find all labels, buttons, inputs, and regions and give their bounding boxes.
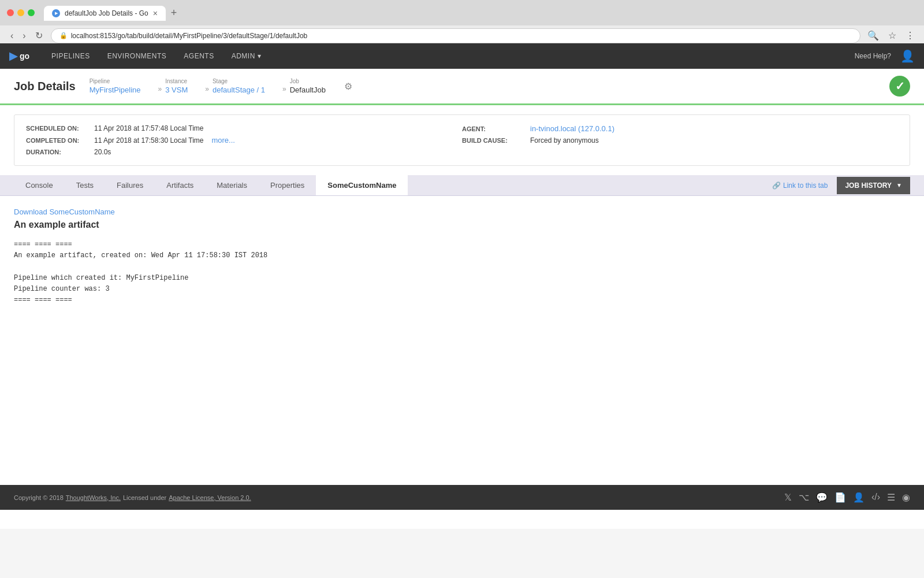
success-badge <box>889 76 910 97</box>
maximize-dot[interactable] <box>28 9 35 16</box>
tab-artifacts[interactable]: Artifacts <box>155 175 205 195</box>
reload-button[interactable]: ↻ <box>32 28 46 43</box>
breadcrumb-pipeline: Pipeline MyFirstPipeline <box>90 78 141 94</box>
build-cause-row: BUILD CAUSE: Forced by anonymous <box>462 136 898 144</box>
job-label: Job <box>290 78 326 84</box>
url-bar[interactable]: 🔒 localhost:8153/go/tab/build/detail/MyF… <box>51 28 860 43</box>
browser-actions: 🔍 ☆ ⋮ <box>865 28 917 43</box>
job-history-button[interactable]: JOB HISTORY ▼ <box>837 177 910 194</box>
duration-value: 20.0s <box>94 148 111 156</box>
lock-icon: 🔒 <box>59 32 68 39</box>
completed-label: COMPLETED ON: <box>26 137 90 144</box>
user-icon[interactable]: 👤 <box>853 492 865 503</box>
scheduled-label: SCHEDULED ON: <box>26 125 90 132</box>
nav-pipelines[interactable]: PIPELINES <box>43 47 98 65</box>
tab-icon <box>52 9 60 17</box>
footer-license-link[interactable]: Apache License, Version 2.0. <box>169 494 251 501</box>
code-icon[interactable]: ‹/› <box>871 492 880 503</box>
user-icon[interactable]: 👤 <box>900 49 915 63</box>
admin-dropdown-icon: ▾ <box>258 52 262 60</box>
download-link[interactable]: Download SomeCustomName <box>14 208 910 216</box>
nav-environments[interactable]: ENVIRONMENTS <box>99 47 175 65</box>
browser-titlebar: defaultJob Job Details - Go × + <box>0 5 924 25</box>
go-logo-text: go <box>20 51 29 61</box>
tab-close-button[interactable]: × <box>153 9 158 17</box>
pipeline-link[interactable]: MyFirstPipeline <box>90 86 141 94</box>
breadcrumb: Pipeline MyFirstPipeline » Instance 3 VS… <box>90 78 889 94</box>
menu-button[interactable]: ⋮ <box>903 28 917 43</box>
stage-label: Stage <box>213 78 265 84</box>
agent-row: AGENT: in-tvinod.local (127.0.0.1) <box>462 124 898 133</box>
artifact-body: ==== ==== ==== An example artifact, crea… <box>14 239 910 306</box>
agent-label: AGENT: <box>462 125 526 132</box>
tab-failures[interactable]: Failures <box>105 175 155 195</box>
top-nav: ▶ go PIPELINES ENVIRONMENTS AGENTS ADMIN… <box>0 43 924 69</box>
job-info-left: SCHEDULED ON: 11 Apr 2018 at 17:57:48 Lo… <box>26 124 462 156</box>
rss-icon[interactable]: ◉ <box>902 492 910 503</box>
go-logo-icon: ▶ <box>9 50 17 62</box>
job-header: Job Details Pipeline MyFirstPipeline » I… <box>0 69 924 105</box>
job-details-title: Job Details <box>14 80 76 93</box>
tab-properties[interactable]: Properties <box>259 175 316 195</box>
browser-addressbar: ‹ › ↻ 🔒 localhost:8153/go/tab/build/deta… <box>0 25 924 43</box>
breadcrumb-job: Job DefaultJob <box>290 78 326 94</box>
job-info-panel: SCHEDULED ON: 11 Apr 2018 at 17:57:48 Lo… <box>14 114 910 166</box>
tab-somecustomname[interactable]: SomeCustomName <box>316 175 408 195</box>
browser-nav: ‹ › ↻ <box>7 28 46 43</box>
arrow-2: » <box>205 85 209 94</box>
job-info-right: AGENT: in-tvinod.local (127.0.0.1) BUILD… <box>462 124 898 156</box>
tab-materials[interactable]: Materials <box>205 175 259 195</box>
completed-value: 11 Apr 2018 at 17:58:30 Local Time <box>94 136 203 144</box>
arrow-3: » <box>282 85 286 94</box>
footer-copyright: Copyright © 2018 <box>14 494 64 501</box>
forward-button[interactable]: › <box>19 28 29 43</box>
browser-dots <box>7 9 35 16</box>
agent-link[interactable]: in-tvinod.local (127.0.0.1) <box>530 124 614 133</box>
list-icon[interactable]: ☰ <box>887 492 895 503</box>
github-icon[interactable]: ⌥ <box>799 492 809 503</box>
footer-icons: 𝕏 ⌥ 💬 📄 👤 ‹/› ☰ ◉ <box>784 492 910 503</box>
tab-title: defaultJob Job Details - Go <box>65 9 148 17</box>
browser-chrome: defaultJob Job Details - Go × + ‹ › ↻ 🔒 … <box>0 0 924 43</box>
new-tab-button[interactable]: + <box>166 5 182 21</box>
back-button[interactable]: ‹ <box>7 28 17 43</box>
chat-icon[interactable]: 💬 <box>816 492 828 503</box>
tab-tests[interactable]: Tests <box>65 175 105 195</box>
pipeline-label: Pipeline <box>90 78 141 84</box>
breadcrumb-instance: Instance 3 VSM <box>165 78 188 94</box>
nav-admin[interactable]: ADMIN ▾ <box>223 47 270 65</box>
active-tab[interactable]: defaultJob Job Details - Go × <box>44 6 166 21</box>
footer-text: Copyright © 2018 ThoughtWorks, Inc. Lice… <box>14 494 251 501</box>
url-text: localhost:8153/go/tab/build/detail/MyFir… <box>71 32 308 40</box>
job-value: DefaultJob <box>290 86 326 94</box>
completed-row: COMPLETED ON: 11 Apr 2018 at 17:58:30 Lo… <box>26 136 462 144</box>
minimize-dot[interactable] <box>17 9 24 16</box>
arrow-1: » <box>158 85 162 94</box>
tab-console[interactable]: Console <box>14 175 65 195</box>
bookmark-button[interactable]: ☆ <box>886 28 899 43</box>
footer-company[interactable]: ThoughtWorks, Inc. <box>66 494 121 501</box>
artifact-title: An example artifact <box>14 220 910 230</box>
nav-items: PIPELINES ENVIRONMENTS AGENTS ADMIN ▾ <box>43 47 269 65</box>
chevron-down-icon: ▼ <box>896 182 902 188</box>
scheduled-value: 11 Apr 2018 at 17:57:48 Local Time <box>94 124 203 132</box>
more-link[interactable]: more... <box>211 136 234 144</box>
stage-link[interactable]: defaultStage / 1 <box>213 86 265 94</box>
instance-link[interactable]: 3 VSM <box>165 86 188 94</box>
go-logo: ▶ go <box>9 50 29 62</box>
nav-agents[interactable]: AGENTS <box>176 47 222 65</box>
link-icon: 🔗 <box>772 181 781 190</box>
gear-icon[interactable]: ⚙ <box>344 81 352 92</box>
nav-help[interactable]: Need Help? <box>855 52 891 60</box>
browser-tabs: defaultJob Job Details - Go × + <box>44 5 182 21</box>
twitter-icon[interactable]: 𝕏 <box>784 492 792 503</box>
duration-row: DURATION: 20.0s <box>26 148 462 156</box>
document-icon[interactable]: 📄 <box>834 492 846 503</box>
search-button[interactable]: 🔍 <box>865 28 881 43</box>
app: ▶ go PIPELINES ENVIRONMENTS AGENTS ADMIN… <box>0 43 924 529</box>
close-dot[interactable] <box>7 9 14 16</box>
instance-label: Instance <box>165 78 188 84</box>
build-cause-label: BUILD CAUSE: <box>462 137 526 144</box>
link-to-tab[interactable]: 🔗 Link to this tab <box>772 181 828 190</box>
tabs-bar: Console Tests Failures Artifacts Materia… <box>0 175 924 196</box>
